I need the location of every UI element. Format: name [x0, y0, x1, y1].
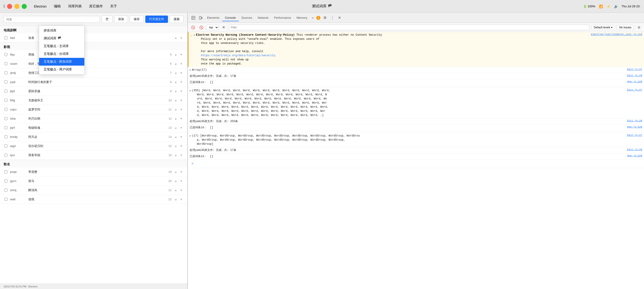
- menu-item-wubi-user[interactable]: 五笔极点 - 用户词库: [39, 66, 84, 73]
- row-checkbox[interactable]: [4, 81, 8, 84]
- log-levels-button[interactable]: Default levels ▾: [591, 25, 615, 30]
- no-issues-button[interactable]: No Issues: [617, 25, 634, 30]
- open-file-button[interactable]: 打开源文件: [145, 16, 168, 23]
- move-up-button[interactable]: ▲: [174, 98, 178, 102]
- search-button[interactable]: 搜索: [170, 16, 184, 23]
- menu-item-pinyin[interactable]: 拼音词库: [39, 27, 84, 35]
- tab-more[interactable]: »: [310, 15, 315, 21]
- move-down-button[interactable]: ▼: [179, 89, 184, 93]
- tab-console[interactable]: Console: [222, 15, 238, 21]
- tab-memory[interactable]: Memory: [294, 15, 310, 21]
- row-checkbox[interactable]: [4, 117, 8, 120]
- close-window-button[interactable]: [7, 4, 12, 9]
- source-link[interactable]: Dict.js:27: [627, 134, 642, 146]
- move-up-button[interactable]: ▲: [174, 89, 178, 93]
- row-checkbox[interactable]: [4, 179, 8, 182]
- devtools-more-button[interactable]: ⋮: [329, 14, 336, 22]
- move-up-button[interactable]: ▲: [174, 53, 178, 57]
- row-checkbox[interactable]: [4, 90, 8, 93]
- menu-edit[interactable]: 编辑: [51, 3, 64, 9]
- move-up-button[interactable]: ▲: [174, 188, 178, 192]
- move-down-button[interactable]: ▼: [179, 80, 184, 84]
- row-checkbox[interactable]: [4, 62, 8, 65]
- row-checkbox[interactable]: [4, 99, 8, 102]
- row-checkbox[interactable]: [4, 198, 8, 201]
- move-up-button[interactable]: ▲: [174, 170, 178, 174]
- tab-network[interactable]: Network: [255, 15, 272, 21]
- move-up-button[interactable]: ▲: [174, 197, 178, 201]
- move-down-button[interactable]: ▼: [179, 179, 184, 183]
- search-input[interactable]: [4, 16, 100, 23]
- move-up-button[interactable]: ▲: [174, 144, 178, 148]
- source-link[interactable]: App.js:129: [627, 154, 642, 158]
- row-checkbox[interactable]: [4, 154, 8, 157]
- security-link[interactable]: https://electronjs.org/docs/tutorial/sec…: [201, 54, 275, 57]
- row-checkbox[interactable]: [4, 189, 8, 192]
- move-up-button[interactable]: ▲: [174, 153, 178, 157]
- move-down-button[interactable]: ▼: [179, 71, 184, 75]
- devtools-device-button[interactable]: [197, 14, 204, 22]
- source-link[interactable]: App.js:129: [627, 126, 642, 130]
- source-link[interactable]: Dict.js:29: [627, 119, 642, 123]
- expand-icon[interactable]: ▶: [190, 69, 191, 71]
- menu-wordlist[interactable]: 词库列表: [65, 3, 84, 9]
- move-down-button[interactable]: ▼: [179, 36, 184, 40]
- fullscreen-window-button[interactable]: [22, 4, 27, 9]
- minimize-window-button[interactable]: [14, 4, 20, 9]
- tab-elements[interactable]: Elements: [204, 15, 222, 21]
- menu-item-test[interactable]: 测试词库 🏴: [39, 35, 84, 42]
- move-down-button[interactable]: ▼: [179, 53, 184, 57]
- move-up-button[interactable]: ▲: [174, 117, 178, 121]
- expand-icon[interactable]: ▶: [194, 34, 195, 36]
- source-link[interactable]: Dict.js:29: [627, 74, 642, 78]
- move-up-button[interactable]: ▲: [174, 179, 178, 183]
- row-checkbox[interactable]: [4, 135, 8, 138]
- move-up-button[interactable]: ▲: [174, 135, 178, 139]
- move-down-button[interactable]: ▼: [179, 188, 184, 192]
- row-checkbox[interactable]: [4, 126, 8, 129]
- context-select[interactable]: top: [206, 25, 219, 30]
- menu-other[interactable]: 其它操作: [86, 3, 106, 9]
- tab-sources[interactable]: Sources: [238, 15, 255, 21]
- warning-source-link[interactable]: electron/js2c/renderer_init.js:113: [591, 33, 642, 66]
- console-clear-button[interactable]: 🚫: [190, 24, 196, 31]
- move-up-button[interactable]: ▲: [174, 80, 178, 84]
- console-settings-button[interactable]: ⚙: [636, 24, 642, 31]
- clear-button[interactable]: 空: [102, 16, 112, 23]
- source-link[interactable]: Dict.js:27: [627, 89, 642, 117]
- row-checkbox[interactable]: [4, 145, 8, 147]
- menu-about[interactable]: 关于: [108, 3, 120, 9]
- move-down-button[interactable]: ▼: [179, 107, 184, 112]
- tab-performance[interactable]: Performance: [271, 15, 294, 21]
- move-up-button[interactable]: ▲: [174, 107, 178, 112]
- move-down-button[interactable]: ▼: [179, 170, 184, 174]
- menu-item-wubi-sub[interactable]: 五笔极点 - 分词库: [39, 50, 84, 58]
- move-down-button[interactable]: ▼: [179, 135, 184, 139]
- devtools-close-button[interactable]: ✕: [336, 14, 343, 22]
- save-button[interactable]: 保存: [130, 16, 144, 23]
- move-down-button[interactable]: ▼: [179, 144, 184, 148]
- source-link[interactable]: App.js:129: [627, 80, 642, 84]
- devtools-settings-button[interactable]: ⚙: [321, 14, 329, 22]
- move-down-button[interactable]: ▼: [179, 197, 184, 201]
- devtools-inspect-button[interactable]: [190, 14, 197, 22]
- move-up-button[interactable]: ▲: [174, 71, 178, 75]
- move-up-button[interactable]: ▲: [174, 126, 178, 130]
- console-filter-button[interactable]: 🚫: [198, 24, 204, 31]
- move-up-button[interactable]: ▲: [174, 36, 178, 40]
- move-down-button[interactable]: ▼: [179, 117, 184, 121]
- row-checkbox[interactable]: [4, 53, 8, 56]
- row-checkbox[interactable]: [4, 108, 8, 111]
- expand-icon[interactable]: ▶: [190, 134, 191, 137]
- expand-icon[interactable]: ▶: [190, 89, 191, 92]
- menu-item-wubi-main[interactable]: 五笔极点 - 主词库: [39, 42, 84, 50]
- row-checkbox[interactable]: [4, 36, 8, 39]
- move-down-button[interactable]: ▼: [179, 62, 184, 66]
- menu-item-wubi-addon[interactable]: 五笔极点 - 附加词库: [39, 58, 84, 66]
- eye-icon-button[interactable]: 👁: [220, 24, 227, 31]
- move-down-button[interactable]: ▼: [179, 153, 184, 157]
- filter-input[interactable]: [229, 25, 590, 30]
- row-checkbox[interactable]: [4, 170, 8, 173]
- menu-electron[interactable]: Electron: [31, 4, 49, 9]
- source-link[interactable]: Dict.js:27: [627, 68, 642, 72]
